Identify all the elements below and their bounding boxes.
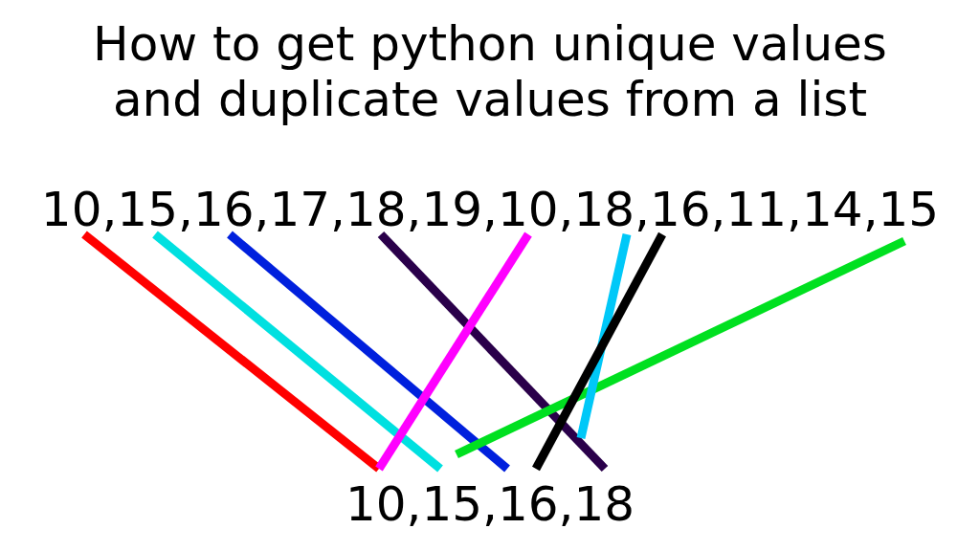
title-line-1: How to get python unique values — [93, 16, 887, 72]
line-18-first — [381, 234, 605, 469]
line-15-second — [536, 234, 662, 469]
line-15-first — [155, 234, 440, 469]
line-16-first — [230, 234, 507, 469]
line-10-first — [84, 234, 379, 469]
input-list-text: 10,15,16,17,18,19,10,18,16,11,14,15 — [41, 182, 939, 237]
input-list: 10,15,16,17,18,19,10,18,16,11,14,15 — [0, 182, 980, 237]
line-18-second — [457, 241, 904, 454]
title-line-2: and duplicate values from a list — [113, 72, 867, 127]
duplicate-result-text: 10,15,16,18 — [345, 476, 635, 532]
diagram-title: How to get python unique values and dupl… — [0, 17, 980, 127]
line-16-second — [581, 234, 627, 438]
line-10-second — [379, 234, 528, 469]
duplicate-result-list: 10,15,16,18 — [0, 476, 980, 532]
